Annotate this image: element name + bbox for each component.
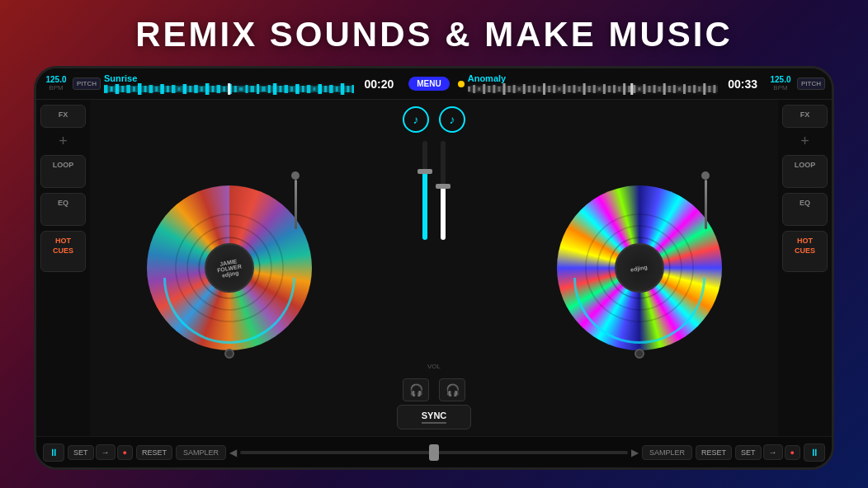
- left-arrow-button[interactable]: →: [96, 444, 116, 460]
- svg-rect-82: [638, 87, 640, 91]
- left-turntable-wrapper[interactable]: JAMIE FOLWER edjing: [147, 185, 312, 350]
- svg-rect-19: [205, 83, 210, 95]
- svg-rect-12: [167, 86, 169, 92]
- svg-rect-33: [284, 85, 288, 93]
- svg-rect-55: [502, 83, 505, 95]
- right-set-group: SET → ●: [735, 444, 800, 460]
- right-fader-track[interactable]: [441, 141, 446, 240]
- left-bpm-label: BPM: [49, 84, 63, 92]
- svg-rect-38: [313, 87, 315, 91]
- svg-rect-87: [663, 83, 665, 95]
- right-bpm-number: 125.0: [771, 76, 791, 84]
- right-headphone-button[interactable]: 🎧: [439, 378, 465, 401]
- top-bar: 125.0 BPM PITCH Sunrise: [36, 68, 832, 100]
- right-turntable-wrapper[interactable]: edjing: [557, 185, 722, 350]
- svg-rect-93: [693, 85, 696, 93]
- svg-rect-70: [578, 87, 580, 92]
- left-play-button[interactable]: ⏸: [43, 443, 64, 462]
- left-reset-button[interactable]: RESET: [136, 445, 172, 460]
- svg-rect-88: [668, 86, 671, 92]
- right-reset-button[interactable]: RESET: [696, 445, 732, 460]
- right-fx-button[interactable]: FX: [782, 105, 828, 128]
- right-bpm-block: 125.0 BPM: [767, 76, 794, 92]
- svg-rect-63: [543, 83, 545, 95]
- left-fader-handle[interactable]: [417, 169, 432, 174]
- left-hot-cues-button[interactable]: HOTCUES: [40, 231, 86, 272]
- svg-rect-46: [228, 83, 230, 95]
- left-set-button[interactable]: SET: [68, 445, 94, 460]
- left-loop-button[interactable]: LOOP: [40, 155, 86, 188]
- svg-rect-60: [528, 86, 531, 92]
- left-music-icon[interactable]: ♪: [403, 106, 429, 133]
- right-dot-indicator: [634, 349, 644, 359]
- right-set-button[interactable]: SET: [735, 445, 762, 460]
- left-headphone-button[interactable]: 🎧: [403, 378, 429, 401]
- left-pitch-button[interactable]: PITCH: [73, 77, 101, 90]
- right-needle-arm: [705, 180, 707, 229]
- svg-rect-96: [708, 86, 710, 92]
- mixer-icons-row: ♪ ♪: [403, 106, 465, 133]
- svg-rect-75: [603, 84, 606, 94]
- left-sampler-button[interactable]: SAMPLER: [176, 445, 226, 460]
- pitch-left-arrow[interactable]: ◀: [229, 447, 237, 458]
- right-hot-cues-button[interactable]: HOTCUES: [782, 231, 828, 272]
- svg-rect-52: [488, 86, 490, 92]
- right-vinyl-label: edjing: [630, 264, 649, 272]
- right-fader-channel: [441, 141, 446, 240]
- svg-rect-13: [172, 85, 176, 93]
- svg-rect-44: [347, 86, 349, 92]
- left-fx-button[interactable]: FX: [40, 105, 86, 128]
- left-rec-dot[interactable]: ●: [117, 445, 133, 460]
- svg-rect-35: [295, 84, 300, 94]
- sync-button[interactable]: SYNC: [397, 405, 471, 429]
- right-time: 00:33: [721, 77, 764, 91]
- right-play-button[interactable]: ⏸: [804, 443, 825, 462]
- right-pitch-button[interactable]: PITCH: [797, 77, 825, 90]
- svg-rect-34: [290, 87, 293, 92]
- left-set-group: SET → ●: [68, 444, 133, 460]
- crossfader-area: 🎧 🎧 SYNC: [368, 378, 500, 429]
- svg-rect-80: [628, 86, 630, 92]
- svg-rect-28: [257, 84, 259, 94]
- left-add-button[interactable]: +: [59, 133, 68, 150]
- left-needle-head: [291, 171, 300, 180]
- svg-rect-57: [512, 85, 515, 93]
- pitch-thumb[interactable]: [429, 444, 439, 461]
- right-music-icon[interactable]: ♪: [439, 106, 465, 133]
- right-eq-button[interactable]: EQ: [782, 193, 828, 226]
- svg-rect-21: [217, 85, 221, 93]
- menu-button[interactable]: MENU: [408, 77, 449, 91]
- svg-rect-41: [329, 85, 333, 93]
- right-add-button[interactable]: +: [800, 133, 809, 150]
- right-rec-dot[interactable]: ●: [785, 445, 800, 460]
- svg-rect-4: [121, 86, 124, 92]
- svg-rect-25: [239, 87, 243, 91]
- svg-rect-76: [608, 86, 611, 92]
- svg-rect-54: [498, 87, 500, 92]
- left-fader-channel: [422, 141, 427, 240]
- left-fader-track[interactable]: [422, 141, 427, 240]
- mixer-section: ♪ ♪ VOL: [368, 100, 500, 436]
- svg-rect-69: [573, 85, 575, 93]
- svg-rect-8: [144, 86, 147, 92]
- svg-rect-86: [658, 87, 660, 92]
- right-loop-button[interactable]: LOOP: [782, 155, 828, 188]
- status-dot: [458, 81, 465, 87]
- svg-rect-45: [351, 85, 354, 93]
- svg-rect-49: [473, 85, 475, 93]
- right-sampler-button[interactable]: SAMPLER: [642, 445, 692, 460]
- pitch-right-arrow[interactable]: ▶: [631, 447, 639, 458]
- right-arrow-button[interactable]: →: [763, 444, 783, 460]
- device-frame: 125.0 BPM PITCH Sunrise: [34, 66, 834, 470]
- svg-rect-1: [104, 85, 108, 93]
- svg-rect-32: [279, 86, 281, 92]
- right-needle: [693, 173, 718, 239]
- left-vinyl-label: JAMIE FOLWER edjing: [215, 257, 243, 279]
- left-eq-button[interactable]: EQ: [40, 193, 86, 226]
- right-fader-handle[interactable]: [436, 184, 451, 189]
- svg-rect-97: [713, 85, 715, 93]
- pitch-track[interactable]: [240, 451, 628, 454]
- right-turntable-section: edjing: [500, 100, 778, 436]
- right-track-name: Anomaly: [468, 73, 718, 83]
- svg-rect-39: [318, 84, 322, 94]
